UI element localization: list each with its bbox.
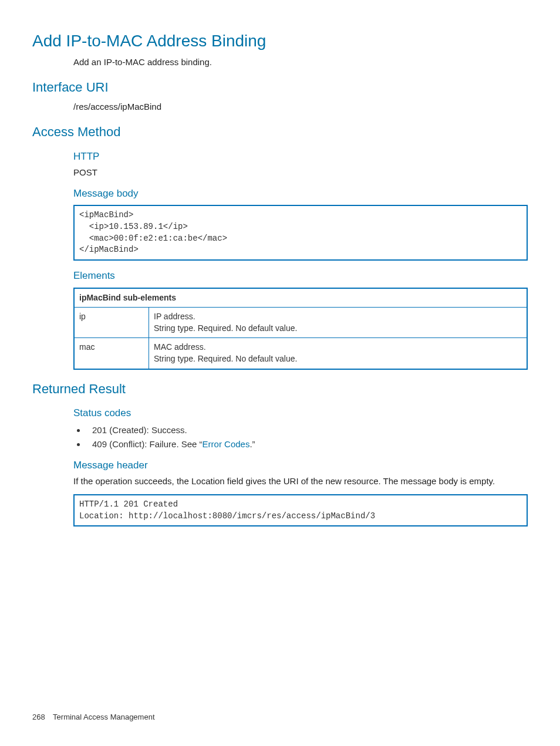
http-method: POST (73, 166, 528, 178)
message-header-code: HTTP/1.1 201 Created Location: http://lo… (73, 494, 528, 526)
element-desc: IP address. String type. Required. No de… (149, 308, 528, 338)
status-code-prefix: 409 (Conflict): Failure. See “ (92, 439, 203, 449)
page-footer: 268 Terminal Access Management (32, 712, 155, 723)
status-codes-list: 201 (Created): Success. 409 (Conflict): … (73, 424, 528, 450)
elements-table-header: ipMacBind sub-elements (74, 288, 527, 308)
message-body-code: <ipMacBind> <ip>10.153.89.1</ip> <mac>00… (73, 205, 528, 260)
element-desc: MAC address. String type. Required. No d… (149, 338, 528, 369)
returned-result-heading: Returned Result (32, 380, 528, 399)
element-desc-line2: String type. Required. No default value. (154, 323, 522, 335)
element-desc-line1: IP address. (154, 311, 522, 323)
status-codes-heading: Status codes (73, 406, 528, 420)
status-code-suffix: .” (249, 439, 255, 449)
list-item: 201 (Created): Success. (86, 424, 528, 436)
elements-heading: Elements (73, 269, 528, 283)
message-header-text: If the operation succeeds, the Location … (73, 475, 528, 487)
page-number: 268 (32, 713, 45, 721)
interface-uri-value: /res/access/ipMacBind (73, 100, 528, 113)
table-row: ip IP address. String type. Required. No… (74, 308, 527, 338)
access-method-heading: Access Method (32, 123, 528, 141)
element-name: ip (74, 308, 149, 338)
table-row: mac MAC address. String type. Required. … (74, 338, 527, 369)
footer-section: Terminal Access Management (53, 713, 154, 721)
message-header-heading: Message header (73, 458, 528, 472)
error-codes-link[interactable]: Error Codes (203, 439, 250, 449)
interface-uri-heading: Interface URI (32, 79, 528, 97)
page-title: Add IP-to-MAC Address Binding (32, 29, 528, 52)
http-heading: HTTP (73, 150, 528, 164)
intro-text: Add an IP-to-MAC address binding. (73, 56, 528, 68)
elements-table: ipMacBind sub-elements ip IP address. St… (73, 288, 528, 370)
list-item: 409 (Conflict): Failure. See “Error Code… (86, 438, 528, 450)
element-name: mac (74, 338, 149, 369)
message-body-heading: Message body (73, 187, 528, 201)
element-desc-line1: MAC address. (154, 342, 522, 353)
element-desc-line2: String type. Required. No default value. (154, 353, 522, 365)
